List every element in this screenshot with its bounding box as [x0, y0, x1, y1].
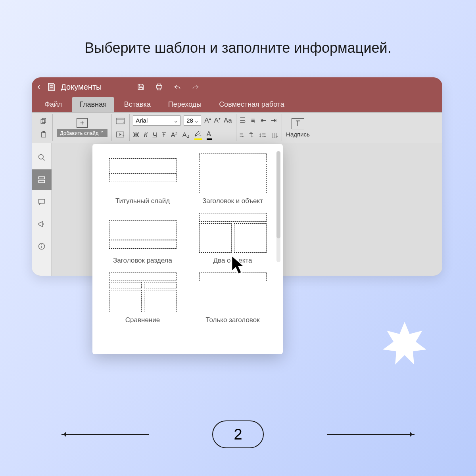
- page-number: 2: [212, 420, 264, 448]
- svg-rect-10: [38, 180, 44, 183]
- scrollbar-thumb[interactable]: [276, 151, 280, 238]
- font-color-icon[interactable]: A⌄: [207, 130, 212, 140]
- tabs-bar: Файл Главная Вставка Переходы Совместная…: [32, 96, 442, 112]
- subscript-button[interactable]: A₂: [182, 131, 189, 139]
- add-slide-label: Добавить слайд⌃: [57, 129, 107, 137]
- layout-label: Сравнение: [125, 316, 160, 324]
- tab-file[interactable]: Файл: [37, 97, 69, 112]
- paste-icon[interactable]: [38, 129, 49, 140]
- copy-icon[interactable]: [38, 115, 49, 127]
- info-icon[interactable]: [32, 236, 52, 257]
- align-icon[interactable]: ≡⌄: [240, 131, 244, 139]
- undo-icon[interactable]: [173, 83, 182, 91]
- strikethrough-button[interactable]: Ŧ: [162, 131, 166, 139]
- textbox-icon: T: [292, 118, 304, 129]
- layout-label: Заголовок и объект: [202, 197, 263, 205]
- bold-button[interactable]: Ж: [133, 131, 139, 139]
- layout-comparison[interactable]: Сравнение: [104, 273, 182, 324]
- add-slide-button[interactable]: + Добавить слайд⌃: [53, 114, 112, 141]
- redo-icon[interactable]: [191, 83, 200, 91]
- layout-title-only[interactable]: Только заголовок: [194, 273, 272, 324]
- prev-arrow-icon[interactable]: [61, 434, 149, 435]
- svg-rect-1: [41, 119, 44, 124]
- tab-home[interactable]: Главная: [72, 97, 114, 112]
- decrease-indent-icon[interactable]: ⇤: [261, 116, 266, 125]
- instruction-text: Выберите шаблон и заполните информацией.: [32, 40, 444, 56]
- layout-label: Только заголовок: [205, 316, 259, 324]
- increase-font-icon[interactable]: A▴: [204, 116, 211, 125]
- italic-button[interactable]: К: [144, 131, 148, 139]
- tab-transitions[interactable]: Переходы: [161, 97, 209, 112]
- svg-point-7: [38, 155, 43, 159]
- app-title: Документы: [61, 83, 102, 92]
- svg-rect-0: [42, 118, 46, 123]
- svg-point-13: [41, 244, 42, 245]
- titlebar: ‹ Документы: [32, 77, 442, 96]
- layout-title-object[interactable]: Заголовок и объект: [194, 154, 272, 205]
- layout-section-header[interactable]: Заголовок раздела: [104, 213, 182, 265]
- paragraph-group: ☰⌄ ≡⌄ ⇤ ⇥ ≡⌄ ⍑⌄ ↕≡⌄ ▥⌄: [236, 114, 282, 141]
- left-rail: [32, 143, 52, 276]
- search-icon[interactable]: [32, 147, 52, 168]
- layouts-dropdown: Титульный слайд Заголовок и объект Загол…: [92, 144, 283, 354]
- play-icon[interactable]: ⌄: [115, 129, 126, 140]
- ribbon: + Добавить слайд⌃ ⌄ ⌄ Arial 28 A▴ A▾ Aa⌄…: [32, 112, 442, 143]
- change-case-icon[interactable]: Aa⌄: [224, 117, 233, 125]
- back-icon[interactable]: ‹: [37, 82, 40, 92]
- textbox-button[interactable]: T Надпись: [282, 114, 314, 141]
- columns-icon[interactable]: ▥⌄: [271, 131, 278, 139]
- highlight-icon[interactable]: 🖊⌄: [194, 130, 202, 140]
- slide-layout-group: ⌄ ⌄: [112, 114, 130, 141]
- numbering-icon[interactable]: ≡⌄: [251, 117, 256, 125]
- print-icon[interactable]: [155, 83, 163, 91]
- tab-insert[interactable]: Вставка: [117, 97, 158, 112]
- layout-label: Заголовок раздела: [113, 257, 172, 265]
- next-arrow-icon[interactable]: [327, 434, 415, 435]
- layout-title-slide[interactable]: Титульный слайд: [104, 154, 182, 205]
- star-decoration-icon: [377, 317, 432, 374]
- line-spacing-icon[interactable]: ↕≡⌄: [259, 131, 267, 139]
- increase-indent-icon[interactable]: ⇥: [271, 116, 276, 125]
- comments-icon[interactable]: [32, 192, 52, 212]
- vertical-align-icon[interactable]: ⍑⌄: [249, 131, 254, 139]
- underline-button[interactable]: Ч: [153, 131, 157, 139]
- font-name-select[interactable]: Arial: [133, 115, 180, 126]
- slides-panel-icon[interactable]: [32, 169, 52, 190]
- bullets-icon[interactable]: ☰⌄: [240, 116, 246, 125]
- textbox-label: Надпись: [286, 131, 310, 138]
- font-group: Arial 28 A▴ A▾ Aa⌄ Ж К Ч Ŧ A² A₂ 🖊⌄ A⌄: [130, 114, 236, 141]
- layout-icon[interactable]: ⌄: [115, 115, 126, 127]
- decrease-font-icon[interactable]: A▾: [214, 116, 221, 125]
- superscript-button[interactable]: A²: [171, 131, 177, 139]
- cursor-icon: [229, 254, 251, 279]
- tab-collab[interactable]: Совместная работа: [212, 97, 292, 112]
- save-icon[interactable]: [136, 83, 145, 91]
- plus-icon: +: [77, 118, 88, 128]
- clipboard-group: [35, 114, 53, 141]
- carousel-pager: 2: [0, 420, 476, 448]
- svg-rect-9: [38, 177, 44, 179]
- svg-line-8: [42, 159, 44, 161]
- feedback-icon[interactable]: [32, 214, 52, 234]
- layout-label: Титульный слайд: [115, 197, 170, 205]
- app-logo-icon: [46, 82, 57, 92]
- font-size-select[interactable]: 28: [184, 115, 201, 126]
